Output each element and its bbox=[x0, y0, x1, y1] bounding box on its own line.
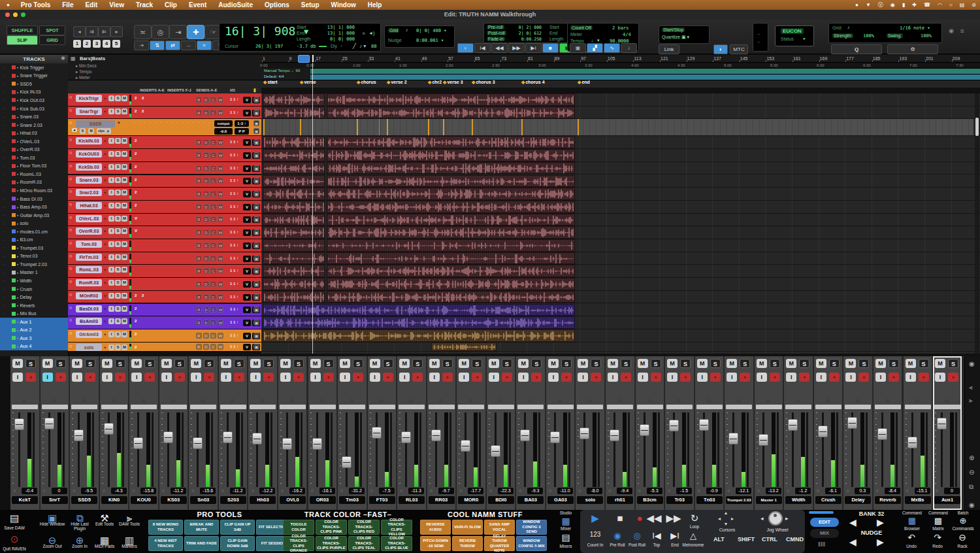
record-arm-button[interactable]: ● bbox=[204, 373, 214, 382]
rack-icon[interactable]: ⊖ bbox=[953, 532, 972, 543]
zoom-in-icon[interactable]: ⊕ bbox=[969, 454, 974, 461]
pan-knob-icon[interactable]: ◎ bbox=[826, 398, 830, 403]
input-monitor-button[interactable]: I bbox=[697, 373, 708, 382]
eucon-panel[interactable]: EUCONStatus● bbox=[775, 25, 814, 46]
automation-w-button[interactable]: W bbox=[218, 333, 223, 339]
pan-knob-icon[interactable]: ◎ bbox=[201, 398, 204, 403]
volume-readout[interactable]: 0.3 bbox=[855, 488, 870, 494]
automation-dot[interactable]: ○ bbox=[698, 488, 700, 493]
volume-readout[interactable]: -1.2 bbox=[795, 488, 811, 494]
volume-fader[interactable] bbox=[282, 438, 292, 450]
channel-strip-Tr03[interactable]: MSI●◎○-1.5Tr03 bbox=[665, 356, 694, 510]
audio-clip[interactable] bbox=[327, 291, 575, 303]
track-list-item[interactable]: ··▸Reverb bbox=[0, 301, 68, 310]
solo-button[interactable]: S bbox=[293, 359, 304, 368]
automation-dot[interactable]: ○ bbox=[311, 488, 314, 493]
io-volume-button[interactable]: V bbox=[243, 216, 251, 223]
solo-button[interactable]: S bbox=[204, 359, 214, 368]
track-expand-button[interactable]: ▣ bbox=[253, 120, 259, 126]
track-list-item[interactable]: ··▸Kick IN.03 bbox=[0, 88, 68, 97]
pan-strip[interactable] bbox=[101, 405, 127, 409]
track-list-name[interactable]: Aux 3 bbox=[20, 336, 32, 341]
track-expand-icon[interactable]: ⪢ bbox=[969, 397, 973, 405]
window-titlebar[interactable]: Edit: TRUTH NAMM Walkthrough bbox=[0, 10, 980, 20]
track-color-chip[interactable] bbox=[12, 123, 16, 127]
volume-fader[interactable] bbox=[74, 429, 84, 441]
track-input-button[interactable]: I bbox=[108, 331, 114, 337]
automation-r-button[interactable]: R bbox=[196, 97, 202, 103]
nav-icon[interactable]: ◂ bbox=[73, 26, 86, 37]
track-list-name[interactable]: Guitar Amp.03 bbox=[20, 213, 50, 218]
options-dot-icon[interactable]: ◉ bbox=[969, 501, 975, 509]
io-input-value[interactable]: 1 1 ↑ bbox=[230, 110, 238, 114]
volume-readout[interactable]: -11.3 bbox=[408, 488, 424, 494]
automation-dot[interactable]: ○ bbox=[340, 488, 343, 493]
automation-c-button[interactable]: C bbox=[210, 216, 216, 222]
automation-d-button[interactable]: D bbox=[203, 320, 209, 326]
track-solo-button[interactable]: S bbox=[115, 344, 121, 350]
track-list-name[interactable]: Kick Sub.03 bbox=[20, 107, 44, 111]
track-expand-button[interactable]: ▣ bbox=[253, 152, 259, 158]
volume-readout[interactable]: -22.3 bbox=[498, 488, 514, 494]
automation-dot[interactable]: ○ bbox=[489, 488, 492, 493]
raven-button-4-new-inst-tracks[interactable]: 4 NEW INST TRACKS bbox=[148, 536, 183, 551]
automation-r-button[interactable]: R bbox=[196, 229, 202, 235]
track-expand-button[interactable]: ▣ bbox=[253, 256, 259, 261]
volume-readout[interactable]: 0 bbox=[944, 488, 960, 494]
pan-knob-icon[interactable]: ◎ bbox=[22, 398, 26, 403]
track-expand-button[interactable]: ▣ bbox=[253, 97, 259, 103]
track-color-chip[interactable] bbox=[12, 205, 16, 209]
volume-fader[interactable] bbox=[818, 426, 828, 437]
audio-clip[interactable] bbox=[327, 149, 575, 161]
startstop-label[interactable]: Start/Stop bbox=[662, 27, 685, 32]
automation-d-button[interactable]: D bbox=[203, 139, 209, 145]
input-monitor-button[interactable]: I bbox=[310, 373, 321, 382]
track-mute-button[interactable]: M bbox=[122, 228, 127, 234]
marker-diamond-icon[interactable]: ◆ bbox=[387, 80, 390, 84]
track-input-button[interactable]: I bbox=[108, 267, 114, 273]
volume-fader[interactable] bbox=[193, 437, 203, 449]
volume-readout[interactable]: -11.2 bbox=[171, 488, 186, 494]
automation-r-button[interactable]: R bbox=[196, 333, 202, 339]
automation-r-button[interactable]: R bbox=[196, 294, 202, 300]
volume-readout[interactable]: -17.7 bbox=[468, 488, 483, 494]
marker-diamond-icon[interactable]: ◆ bbox=[443, 80, 446, 84]
inserts-slots[interactable]: 2 bbox=[135, 345, 139, 349]
track-name-tag[interactable]: SSD5 bbox=[76, 120, 115, 127]
v-app-icon[interactable]: Ⓥ bbox=[878, 1, 883, 8]
zoom-preset-1[interactable]: 1 bbox=[73, 40, 81, 48]
track-io-dot[interactable]: ● bbox=[104, 96, 106, 100]
automation-w-button[interactable]: W bbox=[218, 178, 223, 184]
track-drag-handle[interactable]: ·· bbox=[3, 74, 5, 78]
track-input-button[interactable]: I bbox=[108, 228, 114, 234]
nudge-left-icon[interactable]: ◀ bbox=[849, 537, 857, 547]
automation-d-button[interactable]: D bbox=[203, 344, 209, 350]
automation-c-button[interactable]: C bbox=[210, 229, 216, 235]
track-list-item[interactable]: ··▸Width bbox=[0, 276, 68, 285]
loop-icon[interactable]: ↻ bbox=[686, 512, 703, 524]
track-header-Snar203[interactable]: ○Snar2.03●ISM2RDCW1 1 ↑VP▣ bbox=[68, 188, 261, 201]
track-lane-solo[interactable] bbox=[261, 343, 980, 352]
track-mute-button[interactable]: M bbox=[122, 203, 127, 209]
track-list-item[interactable]: ··▸Trumpet.03 bbox=[0, 244, 68, 252]
io-volume-button[interactable]: V bbox=[243, 204, 251, 210]
io-volume-button[interactable]: V bbox=[243, 165, 251, 172]
menu-edit[interactable]: Edit bbox=[79, 1, 103, 8]
marker-diamond-icon[interactable]: ◆ bbox=[357, 80, 360, 84]
channel-strip-Sn03[interactable]: MSI●◎○-15.6Sn03 bbox=[189, 356, 218, 510]
search-icon[interactable]: ○ bbox=[949, 2, 953, 8]
track-color-chip[interactable] bbox=[12, 98, 16, 102]
pan-knob-icon[interactable]: ◎ bbox=[350, 398, 353, 403]
record-arm-dot[interactable]: ○ bbox=[69, 318, 72, 322]
pre-roll-value[interactable]: 0| 2| 000 bbox=[514, 25, 542, 30]
record-dot-icon[interactable]: ● bbox=[855, 2, 858, 8]
pan-knob-icon[interactable]: ◎ bbox=[498, 398, 502, 403]
track-name-tag[interactable]: KckSb.03 bbox=[76, 163, 102, 171]
audio-clip[interactable] bbox=[263, 175, 325, 188]
track-name-tag[interactable]: KickIN.03 bbox=[76, 137, 102, 144]
channel-strip-MOR0[interactable]: MSI●◎○-17.7MOR0 bbox=[457, 356, 486, 510]
record-arm-button[interactable]: ● bbox=[293, 373, 304, 382]
track-drag-handle[interactable]: ·· bbox=[3, 82, 5, 86]
elastic-gear-button[interactable]: ⚙ bbox=[887, 44, 938, 54]
track-list-item[interactable]: ··▸Aux 1 bbox=[0, 318, 68, 326]
